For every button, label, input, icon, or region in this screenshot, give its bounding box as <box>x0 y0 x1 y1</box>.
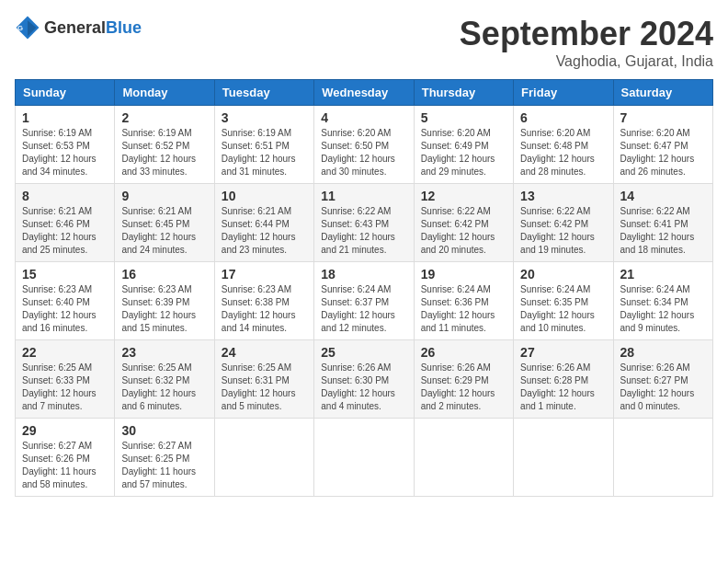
day-cell: 19Sunrise: 6:24 AM Sunset: 6:36 PM Dayli… <box>414 262 513 340</box>
title-area: September 2024 Vaghodia, Gujarat, India <box>460 15 713 70</box>
day-number: 17 <box>222 267 307 282</box>
day-number: 20 <box>520 267 606 282</box>
day-info: Sunrise: 6:24 AM Sunset: 6:37 PM Dayligh… <box>321 283 406 335</box>
day-info: Sunrise: 6:22 AM Sunset: 6:42 PM Dayligh… <box>421 205 506 257</box>
day-cell: 30Sunrise: 6:27 AM Sunset: 6:25 PM Dayli… <box>115 419 214 497</box>
day-info: Sunrise: 6:21 AM Sunset: 6:45 PM Dayligh… <box>121 205 207 257</box>
day-cell: 5Sunrise: 6:20 AM Sunset: 6:49 PM Daylig… <box>414 106 513 184</box>
day-info: Sunrise: 6:26 AM Sunset: 6:30 PM Dayligh… <box>321 362 406 413</box>
day-info: Sunrise: 6:21 AM Sunset: 6:44 PM Dayligh… <box>222 205 307 257</box>
day-number: 21 <box>620 267 706 282</box>
day-info: Sunrise: 6:27 AM Sunset: 6:25 PM Dayligh… <box>121 440 207 491</box>
day-number: 4 <box>321 110 406 125</box>
day-cell: 21Sunrise: 6:24 AM Sunset: 6:34 PM Dayli… <box>613 262 712 340</box>
location-subtitle: Vaghodia, Gujarat, India <box>460 53 713 70</box>
day-cell: 29Sunrise: 6:27 AM Sunset: 6:26 PM Dayli… <box>16 419 115 497</box>
day-cell: 4Sunrise: 6:20 AM Sunset: 6:50 PM Daylig… <box>314 106 414 184</box>
day-number: 12 <box>421 189 506 203</box>
day-number: 6 <box>520 110 606 125</box>
header-row: SundayMondayTuesdayWednesdayThursdayFrid… <box>16 80 713 106</box>
week-row-2: 8Sunrise: 6:21 AM Sunset: 6:46 PM Daylig… <box>16 184 713 262</box>
day-info: Sunrise: 6:24 AM Sunset: 6:36 PM Dayligh… <box>421 283 506 335</box>
day-cell: 26Sunrise: 6:26 AM Sunset: 6:29 PM Dayli… <box>414 340 513 419</box>
day-cell: 11Sunrise: 6:22 AM Sunset: 6:43 PM Dayli… <box>314 184 414 262</box>
day-number: 10 <box>222 189 307 203</box>
day-number: 30 <box>121 423 207 438</box>
day-cell: 17Sunrise: 6:23 AM Sunset: 6:38 PM Dayli… <box>214 262 313 340</box>
day-cell: 9Sunrise: 6:21 AM Sunset: 6:45 PM Daylig… <box>115 184 214 262</box>
day-cell: 22Sunrise: 6:25 AM Sunset: 6:33 PM Dayli… <box>16 340 115 419</box>
week-row-3: 15Sunrise: 6:23 AM Sunset: 6:40 PM Dayli… <box>16 262 713 340</box>
day-cell: 23Sunrise: 6:25 AM Sunset: 6:32 PM Dayli… <box>115 340 214 419</box>
header: G GeneralBlue September 2024 Vaghodia, G… <box>15 15 713 70</box>
day-cell: 28Sunrise: 6:26 AM Sunset: 6:27 PM Dayli… <box>613 340 712 419</box>
day-info: Sunrise: 6:23 AM Sunset: 6:38 PM Dayligh… <box>222 283 307 335</box>
day-cell: 25Sunrise: 6:26 AM Sunset: 6:30 PM Dayli… <box>314 340 414 419</box>
day-info: Sunrise: 6:24 AM Sunset: 6:35 PM Dayligh… <box>520 283 606 335</box>
day-number: 1 <box>22 110 108 125</box>
logo-icon: G <box>15 15 40 40</box>
day-cell <box>214 419 313 497</box>
day-info: Sunrise: 6:25 AM Sunset: 6:32 PM Dayligh… <box>121 362 207 413</box>
day-cell: 2Sunrise: 6:19 AM Sunset: 6:52 PM Daylig… <box>115 106 214 184</box>
column-header-tuesday: Tuesday <box>214 80 313 106</box>
column-header-saturday: Saturday <box>613 80 712 106</box>
day-number: 13 <box>520 189 606 203</box>
column-header-friday: Friday <box>514 80 613 106</box>
day-number: 27 <box>520 345 606 360</box>
day-cell <box>514 419 613 497</box>
day-cell: 1Sunrise: 6:19 AM Sunset: 6:53 PM Daylig… <box>16 106 115 184</box>
day-info: Sunrise: 6:27 AM Sunset: 6:26 PM Dayligh… <box>22 440 108 491</box>
day-number: 24 <box>222 345 307 360</box>
week-row-5: 29Sunrise: 6:27 AM Sunset: 6:26 PM Dayli… <box>16 419 713 497</box>
day-cell: 14Sunrise: 6:22 AM Sunset: 6:41 PM Dayli… <box>613 184 712 262</box>
column-header-monday: Monday <box>115 80 214 106</box>
day-number: 23 <box>121 345 207 360</box>
week-row-1: 1Sunrise: 6:19 AM Sunset: 6:53 PM Daylig… <box>16 106 713 184</box>
day-number: 7 <box>620 110 706 125</box>
day-number: 28 <box>620 345 706 360</box>
day-info: Sunrise: 6:26 AM Sunset: 6:28 PM Dayligh… <box>520 362 606 413</box>
day-number: 15 <box>22 267 108 282</box>
day-cell: 15Sunrise: 6:23 AM Sunset: 6:40 PM Dayli… <box>16 262 115 340</box>
day-info: Sunrise: 6:22 AM Sunset: 6:42 PM Dayligh… <box>520 205 606 257</box>
day-info: Sunrise: 6:22 AM Sunset: 6:41 PM Dayligh… <box>620 205 706 257</box>
day-number: 3 <box>222 110 307 125</box>
day-cell: 13Sunrise: 6:22 AM Sunset: 6:42 PM Dayli… <box>514 184 613 262</box>
day-cell: 3Sunrise: 6:19 AM Sunset: 6:51 PM Daylig… <box>214 106 313 184</box>
day-info: Sunrise: 6:19 AM Sunset: 6:53 PM Dayligh… <box>22 127 108 178</box>
day-info: Sunrise: 6:26 AM Sunset: 6:29 PM Dayligh… <box>421 362 506 413</box>
logo-blue: Blue <box>106 18 142 37</box>
day-info: Sunrise: 6:20 AM Sunset: 6:47 PM Dayligh… <box>620 127 706 178</box>
day-info: Sunrise: 6:19 AM Sunset: 6:52 PM Dayligh… <box>121 127 207 178</box>
calendar-table: SundayMondayTuesdayWednesdayThursdayFrid… <box>15 79 713 497</box>
day-info: Sunrise: 6:25 AM Sunset: 6:31 PM Dayligh… <box>222 362 307 413</box>
day-cell: 12Sunrise: 6:22 AM Sunset: 6:42 PM Dayli… <box>414 184 513 262</box>
month-title: September 2024 <box>460 15 713 53</box>
day-cell: 24Sunrise: 6:25 AM Sunset: 6:31 PM Dayli… <box>214 340 313 419</box>
column-header-sunday: Sunday <box>16 80 115 106</box>
week-row-4: 22Sunrise: 6:25 AM Sunset: 6:33 PM Dayli… <box>16 340 713 419</box>
day-number: 2 <box>121 110 207 125</box>
day-info: Sunrise: 6:20 AM Sunset: 6:50 PM Dayligh… <box>321 127 406 178</box>
day-cell: 20Sunrise: 6:24 AM Sunset: 6:35 PM Dayli… <box>514 262 613 340</box>
day-info: Sunrise: 6:26 AM Sunset: 6:27 PM Dayligh… <box>620 362 706 413</box>
day-info: Sunrise: 6:23 AM Sunset: 6:40 PM Dayligh… <box>22 283 108 335</box>
svg-text:G: G <box>17 24 23 32</box>
day-cell: 10Sunrise: 6:21 AM Sunset: 6:44 PM Dayli… <box>214 184 313 262</box>
day-number: 5 <box>421 110 506 125</box>
logo-text: GeneralBlue <box>44 18 142 38</box>
day-info: Sunrise: 6:19 AM Sunset: 6:51 PM Dayligh… <box>222 127 307 178</box>
day-number: 8 <box>22 189 108 203</box>
day-number: 11 <box>321 189 406 203</box>
day-info: Sunrise: 6:23 AM Sunset: 6:39 PM Dayligh… <box>121 283 207 335</box>
day-cell: 16Sunrise: 6:23 AM Sunset: 6:39 PM Dayli… <box>115 262 214 340</box>
day-cell: 27Sunrise: 6:26 AM Sunset: 6:28 PM Dayli… <box>514 340 613 419</box>
day-cell <box>613 419 712 497</box>
logo-general: General <box>44 18 106 37</box>
day-cell: 6Sunrise: 6:20 AM Sunset: 6:48 PM Daylig… <box>514 106 613 184</box>
day-info: Sunrise: 6:21 AM Sunset: 6:46 PM Dayligh… <box>22 205 108 257</box>
day-cell: 8Sunrise: 6:21 AM Sunset: 6:46 PM Daylig… <box>16 184 115 262</box>
day-cell: 18Sunrise: 6:24 AM Sunset: 6:37 PM Dayli… <box>314 262 414 340</box>
day-number: 22 <box>22 345 108 360</box>
